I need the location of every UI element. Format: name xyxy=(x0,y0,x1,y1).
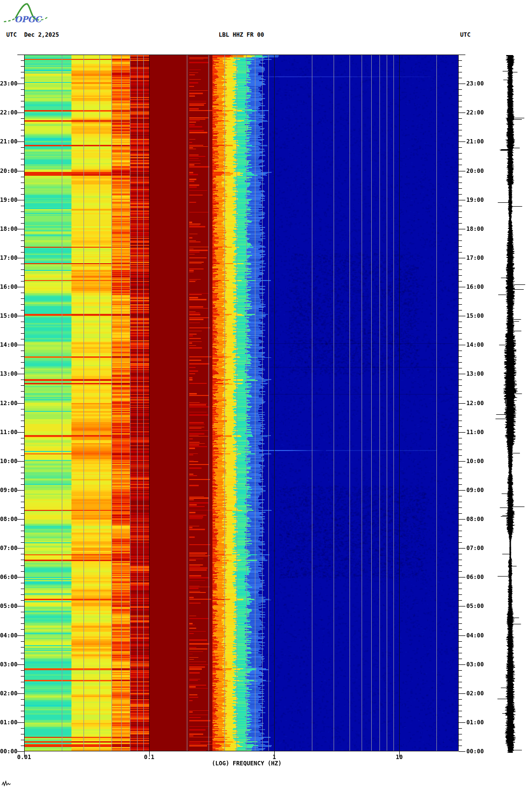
freq-tick-label: 0.1 xyxy=(132,754,166,761)
time-label-left: 07:00 xyxy=(0,545,17,551)
time-label-left: 02:00 xyxy=(0,690,17,697)
freq-tick-label: 0.01 xyxy=(7,754,41,761)
time-label-left: 21:00 xyxy=(0,138,17,145)
time-label-left: 08:00 xyxy=(0,516,17,522)
axes-ticks xyxy=(0,0,532,789)
time-label-right: 23:00 xyxy=(466,80,484,87)
time-label-right: 19:00 xyxy=(466,197,484,203)
time-label-right: 12:00 xyxy=(466,400,484,407)
time-label-left: 14:00 xyxy=(0,341,17,348)
time-label-left: 12:00 xyxy=(0,400,17,407)
time-label-left: 13:00 xyxy=(0,370,17,377)
freq-axis-title: (LOG) FREQUENCY (HZ) xyxy=(196,760,297,767)
corner-squiggle xyxy=(1,780,13,788)
time-label-right: 16:00 xyxy=(466,283,484,290)
time-label-right: 13:00 xyxy=(466,370,484,377)
time-label-left: 01:00 xyxy=(0,719,17,726)
time-label-left: 03:00 xyxy=(0,661,17,668)
time-label-right: 02:00 xyxy=(466,690,484,697)
time-label-right: 14:00 xyxy=(466,341,484,348)
freq-tick-label: 10 xyxy=(382,754,416,761)
time-label-right: 00:00 xyxy=(466,748,484,755)
time-label-right: 07:00 xyxy=(466,545,484,551)
time-label-right: 04:00 xyxy=(466,632,484,639)
time-label-right: 05:00 xyxy=(466,603,484,609)
time-label-right: 10:00 xyxy=(466,458,484,465)
time-label-left: 05:00 xyxy=(0,603,17,609)
time-label-right: 08:00 xyxy=(466,516,484,522)
time-label-right: 11:00 xyxy=(466,429,484,436)
spectrogram-page: OPGC UTC Dec 2,2025 LBL HHZ FR 00 UTC 23… xyxy=(0,0,532,789)
time-label-left: 09:00 xyxy=(0,487,17,493)
time-label-left: 16:00 xyxy=(0,283,17,290)
time-label-right: 18:00 xyxy=(466,225,484,232)
time-label-right: 15:00 xyxy=(466,312,484,319)
time-label-left: 17:00 xyxy=(0,254,17,261)
freq-tick-label: 1 xyxy=(257,754,291,761)
time-label-right: 22:00 xyxy=(466,109,484,116)
time-label-left: 15:00 xyxy=(0,312,17,319)
time-label-right: 20:00 xyxy=(466,168,484,174)
time-label-right: 17:00 xyxy=(466,254,484,261)
time-label-left: 19:00 xyxy=(0,197,17,203)
time-label-left: 20:00 xyxy=(0,168,17,174)
time-label-left: 22:00 xyxy=(0,109,17,116)
time-label-left: 23:00 xyxy=(0,80,17,87)
time-label-left: 18:00 xyxy=(0,225,17,232)
time-label-right: 01:00 xyxy=(466,719,484,726)
time-label-right: 06:00 xyxy=(466,574,484,580)
time-label-right: 03:00 xyxy=(466,661,484,668)
time-label-right: 21:00 xyxy=(466,138,484,145)
time-label-left: 04:00 xyxy=(0,632,17,639)
time-label-left: 10:00 xyxy=(0,458,17,465)
time-label-left: 11:00 xyxy=(0,429,17,436)
time-label-right: 09:00 xyxy=(466,487,484,493)
time-label-left: 06:00 xyxy=(0,574,17,580)
